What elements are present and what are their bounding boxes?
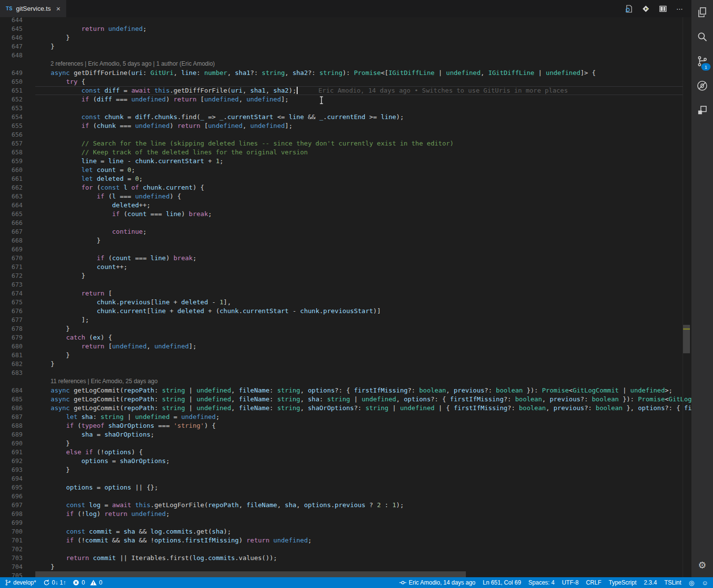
code-line-647[interactable]: 647 } xyxy=(0,42,691,51)
settings-gear-icon[interactable]: ⚙ xyxy=(691,553,713,577)
code-line-678[interactable]: 678 } xyxy=(0,324,691,333)
status-language[interactable]: TypeScript xyxy=(609,579,637,586)
code-line-702[interactable]: 702 xyxy=(0,545,691,554)
smiley-feedback-icon[interactable]: ☺ xyxy=(702,580,708,586)
code-line-666[interactable]: 666 xyxy=(0,219,691,227)
horizontal-scrollbar[interactable] xyxy=(0,571,683,577)
code-line-665[interactable]: 665 if (count === line) break; xyxy=(0,210,691,219)
vertical-scrollbar[interactable] xyxy=(683,17,690,577)
code-line-701[interactable]: 701 if (!commit && sha && !options.first… xyxy=(0,536,691,545)
code-line-668[interactable]: 668 } xyxy=(0,236,691,245)
line-number: 681 xyxy=(0,351,23,360)
code-line-684[interactable]: 684 async getLogCommit(repoPath: string … xyxy=(0,386,691,395)
code-line-655[interactable]: 655 if (chunk === undefined) return [und… xyxy=(0,122,691,130)
status-linter[interactable]: TSLint xyxy=(664,579,682,586)
line-number: 699 xyxy=(0,518,23,527)
search-icon[interactable] xyxy=(691,24,713,49)
editor-pane[interactable]: 644645 return undefined;646 }647 }6482 r… xyxy=(0,17,691,577)
tab-gitservice[interactable]: TS gitService.ts × xyxy=(0,0,66,17)
code-line-688[interactable]: 688 if (typeof shaOrOptions === 'string'… xyxy=(0,421,691,430)
code-line-675[interactable]: 675 chunk.previous[line + deleted - 1], xyxy=(0,298,691,307)
code-line-658[interactable]: 658 // Keep track of the deleted lines f… xyxy=(0,148,691,157)
codelens-references[interactable]: 11 references | Eric Amodio, 25 days ago xyxy=(0,377,691,386)
line-number: 674 xyxy=(0,289,23,298)
code-line-649[interactable]: 649 async getDiffForLine(uri: GitUri, li… xyxy=(0,69,691,77)
code-line-646[interactable]: 646 } xyxy=(0,33,691,42)
code-line-686[interactable]: 686 async getLogCommit(repoPath: string … xyxy=(0,404,691,413)
status-indentation[interactable]: Spaces: 4 xyxy=(529,579,555,586)
code-line-676[interactable]: 676 chunk.current[line + deleted + (chun… xyxy=(0,307,691,316)
debug-icon[interactable] xyxy=(691,74,713,98)
code-line-660[interactable]: 660 let count = 0; xyxy=(0,166,691,174)
gitlens-icon[interactable] xyxy=(641,4,650,13)
code-line-648[interactable]: 648 xyxy=(0,51,691,60)
code-line-657[interactable]: 657 // Search for the line (skipping del… xyxy=(0,139,691,148)
explorer-icon[interactable] xyxy=(691,0,713,24)
code-line-671[interactable]: 671 count++; xyxy=(0,263,691,271)
close-tab-icon[interactable]: × xyxy=(56,4,61,13)
code-line-674[interactable]: 674 return [ xyxy=(0,289,691,298)
code-line-698[interactable]: 698 if (!log) return undefined; xyxy=(0,510,691,518)
codelens-references[interactable]: 2 references | Eric Amodio, 5 days ago |… xyxy=(0,60,691,69)
line-number: 687 xyxy=(0,413,23,421)
code-line-670[interactable]: 670 if (count === line) break; xyxy=(0,254,691,263)
code-line-653[interactable]: 653 xyxy=(0,104,691,113)
code-line-681[interactable]: 681 } xyxy=(0,351,691,360)
code-line-691[interactable]: 691 else if (!options) { xyxy=(0,448,691,457)
code-line-693[interactable]: 693 } xyxy=(0,466,691,474)
code-line-661[interactable]: 661 let deleted = 0; xyxy=(0,174,691,183)
code-line-672[interactable]: 672 } xyxy=(0,271,691,280)
code-line-664[interactable]: 664 deleted++; xyxy=(0,201,691,210)
code-line-680[interactable]: 680 return [undefined, undefined]; xyxy=(0,342,691,351)
code-line-703[interactable]: 703 return commit || Iterables.first(log… xyxy=(0,554,691,563)
code-line-697[interactable]: 697 const log = await this.getLogForFile… xyxy=(0,501,691,510)
code-line-673[interactable]: 673 xyxy=(0,280,691,289)
status-sync[interactable]: 0↓ 1↑ xyxy=(43,579,66,586)
code-line-656[interactable]: 656 xyxy=(0,130,691,139)
split-editor-icon[interactable] xyxy=(659,4,667,13)
extensions-icon[interactable] xyxy=(691,98,713,122)
feedback-icon[interactable]: ◎ xyxy=(688,580,694,586)
code-line-690[interactable]: 690 } xyxy=(0,439,691,448)
horizontal-scrollbar-thumb[interactable] xyxy=(35,571,466,577)
code-line-679[interactable]: 679 catch (ex) { xyxy=(0,333,691,342)
code-line-696[interactable]: 696 xyxy=(0,492,691,501)
code-line-651[interactable]: 651 const diff = await this.getDiffForFi… xyxy=(0,86,691,95)
code-line-694[interactable]: 694 xyxy=(0,474,691,483)
code-line-700[interactable]: 700 const commit = sha && log.commits.ge… xyxy=(0,527,691,536)
status-blame[interactable]: Eric Amodio, 14 days ago xyxy=(399,579,475,586)
line-number: 702 xyxy=(0,545,23,554)
status-cursor-position[interactable]: Ln 651, Col 69 xyxy=(483,579,521,586)
code-line-683[interactable]: 683 xyxy=(0,368,691,377)
code-line-667[interactable]: 667 continue; xyxy=(0,227,691,236)
code-line-695[interactable]: 695 options = options || {}; xyxy=(0,483,691,492)
code-line-652[interactable]: 652 if (diff === undefined) return [unde… xyxy=(0,95,691,104)
code-line-682[interactable]: 682 } xyxy=(0,360,691,368)
line-number: 659 xyxy=(0,157,23,166)
status-encoding[interactable]: UTF-8 xyxy=(562,579,579,586)
status-eol[interactable]: CRLF xyxy=(586,579,601,586)
code-line-650[interactable]: 650 try { xyxy=(0,77,691,86)
code-line-689[interactable]: 689 sha = shaOrOptions; xyxy=(0,430,691,439)
code-line-704[interactable]: 704 } xyxy=(0,563,691,571)
source-control-icon[interactable]: 1 xyxy=(691,49,713,74)
code-line-687[interactable]: 687 let sha: string | undefined = undefi… xyxy=(0,413,691,421)
line-number: 653 xyxy=(0,104,23,113)
code-line-662[interactable]: 662 for (const l of chunk.current) { xyxy=(0,183,691,192)
code-line-644[interactable]: 644 xyxy=(0,17,691,24)
code-line-659[interactable]: 659 line = line - chunk.currentStart + 1… xyxy=(0,157,691,166)
code-line-669[interactable]: 669 xyxy=(0,245,691,254)
line-number: 679 xyxy=(0,333,23,342)
code-line-699[interactable]: 699 xyxy=(0,518,691,527)
code-line-663[interactable]: 663 if (l === undefined) { xyxy=(0,192,691,201)
status-problems[interactable]: 0 0 xyxy=(73,579,102,586)
code-line-685[interactable]: 685 async getLogCommit(repoPath: string … xyxy=(0,395,691,404)
file-search-icon[interactable] xyxy=(624,4,633,13)
status-ts-version[interactable]: 2.3.4 xyxy=(644,579,657,586)
more-actions-icon[interactable]: ⋯ xyxy=(676,4,685,13)
status-branch[interactable]: develop* xyxy=(5,579,36,586)
code-line-692[interactable]: 692 options = shaOrOptions; xyxy=(0,457,691,466)
code-line-654[interactable]: 654 const chunk = diff.chunks.find(_ => … xyxy=(0,113,691,122)
code-line-677[interactable]: 677 ]; xyxy=(0,316,691,324)
code-line-645[interactable]: 645 return undefined; xyxy=(0,24,691,33)
